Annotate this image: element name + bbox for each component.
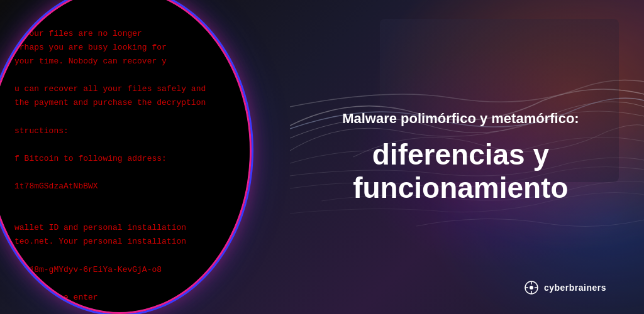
terminal-line-1: n your files are no longer [14,27,237,41]
terminal-line-11: FUFj8m-gMYdyv-6rEiYa-KevGjA-o8 [14,263,237,277]
terminal-line-10: teo.net. Your personal installation [14,235,237,249]
terminal-display: n your files are no longer erhaps you ar… [0,0,250,312]
brand-name-text: cyberbrainers [544,283,606,293]
svg-point-1 [530,286,533,290]
terminal-line-3: your time. Nobody can recover y [14,55,237,68]
terminal-line-6: structions: [14,124,237,138]
terminal-line-9: wallet ID and personal installation [14,221,237,235]
terminal-line-5: the payment and purchase the decryption [14,96,237,110]
terminal-line-12: key, please enter [14,291,237,305]
article-main-title: diferencias y funcionamiento [353,138,568,205]
main-title-line2: funcionamiento [353,171,568,204]
article-header: Malware polimórfico y metamórfico: difer… [290,0,644,314]
terminal-line-7: f Bitcoin to following address: [14,152,237,166]
terminal-line-2: erhaps you are busy looking for [14,41,237,55]
terminal-line-4: u can recover all your files safely and [14,82,237,96]
ransomware-circle: n your files are no longer erhaps you ar… [0,0,252,314]
terminal-line-8: 1t78mGSdzaAtNbBWX [14,180,237,193]
brand-logo-icon [524,280,539,295]
main-title-line1: diferencias y [372,138,549,171]
article-subtitle: Malware polimórfico y metamórfico: [342,109,579,129]
terminal-content: n your files are no longer erhaps you ar… [14,27,237,305]
brand-area: cyberbrainers [524,280,606,295]
